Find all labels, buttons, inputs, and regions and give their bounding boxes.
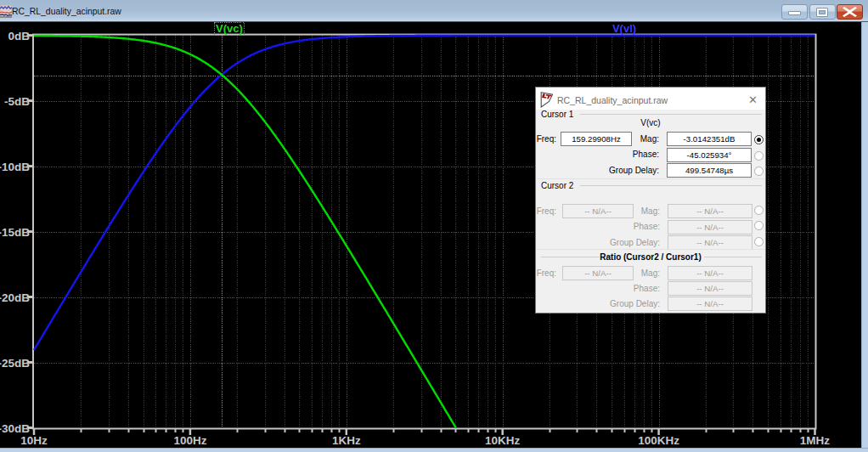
svg-text:10KHz: 10KHz <box>485 434 521 447</box>
svg-text:10Hz: 10Hz <box>20 434 48 447</box>
svg-text:-30dB: -30dB <box>0 422 30 435</box>
svg-text:-25dB: -25dB <box>0 357 30 370</box>
svg-text:100Hz: 100Hz <box>173 434 206 447</box>
svg-text:V(vl): V(vl) <box>612 22 636 35</box>
svg-text:-10dB: -10dB <box>0 161 30 173</box>
svg-text:100KHz: 100KHz <box>638 434 679 447</box>
svg-text:-15dB: -15dB <box>0 226 30 239</box>
svg-text:V(vc): V(vc) <box>216 22 243 35</box>
svg-text:1MHz: 1MHz <box>800 434 831 447</box>
svg-text:1KHz: 1KHz <box>332 434 361 447</box>
svg-text:-5dB: -5dB <box>4 95 30 108</box>
svg-text:-20dB: -20dB <box>0 291 30 304</box>
svg-text:0dB: 0dB <box>8 30 30 42</box>
